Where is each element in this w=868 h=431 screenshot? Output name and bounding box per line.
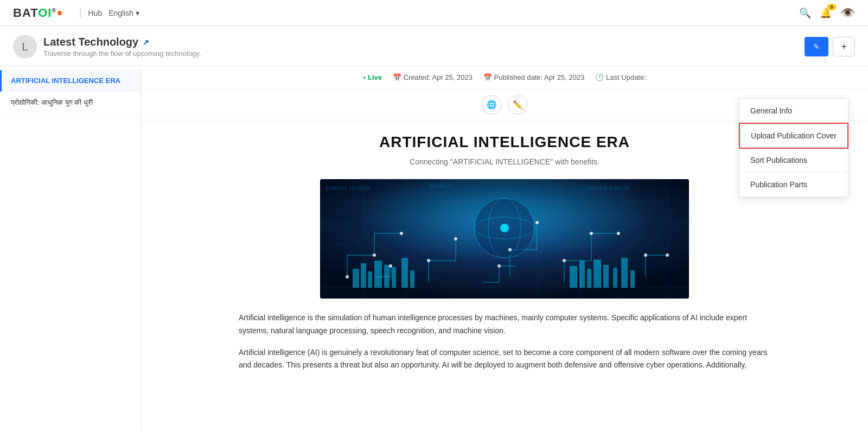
sidebar: ARTIFICIAL INTELLIGENCE ERA प्रोद्योगिकी… [0, 66, 141, 431]
nav-right-actions: 🔍 🔔 9 👁️ [799, 6, 855, 20]
svg-rect-20 [353, 269, 359, 288]
pub-subtitle: Traverse through the flow of upcoming te… [43, 49, 805, 58]
dropdown-item-sort-publications[interactable]: Sort Publications [739, 148, 848, 173]
globe-button[interactable]: 🌐 [482, 95, 501, 115]
sidebar-item-ai-era[interactable]: ARTIFICIAL INTELLIGENCE ERA [0, 70, 141, 92]
pub-title: Latest Technology ↗ [43, 36, 805, 48]
svg-point-42 [535, 221, 539, 224]
dropdown-item-general-info[interactable]: General Info [739, 99, 848, 123]
svg-point-37 [373, 253, 376, 257]
meta-published: 📅 Published date: Apr 25, 2023 [483, 73, 585, 81]
svg-rect-32 [603, 265, 609, 288]
chevron-down-icon: ▾ [136, 9, 139, 17]
dropdown-menu: General Info Upload Publication Cover So… [739, 98, 848, 197]
meta-created: 📅 Created: Apr 25, 2023 [393, 73, 473, 81]
add-button[interactable]: + [833, 37, 855, 56]
svg-point-40 [454, 237, 457, 240]
svg-rect-33 [613, 268, 617, 288]
svg-rect-24 [384, 265, 390, 288]
logo-reg: ® [52, 7, 56, 13]
clock-icon: 🕐 [595, 73, 604, 81]
article-subtitle: Connecting "ARTIFICIAL INTELLIGENCE" wit… [239, 157, 770, 166]
external-link-icon[interactable]: ↗ [143, 38, 149, 47]
live-dot-icon: ● [363, 75, 366, 80]
article-body: Artificial intelligence is the simulatio… [239, 312, 770, 372]
notification-icon[interactable]: 🔔 9 [820, 7, 832, 19]
dropdown-label-upload-cover: Upload Publication Cover [751, 131, 837, 140]
notification-badge: 9 [827, 4, 836, 10]
status-badge: ● Live [363, 73, 382, 81]
publication-header: L Latest Technology ↗ Traverse through t… [0, 26, 868, 66]
nav-hub-link[interactable]: Hub [88, 9, 102, 17]
status-text: Live [368, 73, 382, 81]
article-title: ARTIFICIAL INTELLIGENCE ERA [239, 134, 770, 151]
svg-point-48 [389, 264, 392, 268]
nav-language-selector[interactable]: English ▾ [108, 9, 139, 17]
edit-button[interactable]: ✎ [805, 37, 828, 56]
search-icon[interactable]: 🔍 [799, 7, 811, 19]
logo[interactable]: BATOI® [13, 6, 62, 20]
logo-dot-icon [58, 11, 62, 15]
published-text: Published date: Apr 25, 2023 [494, 73, 585, 81]
avatar-letter: L [22, 41, 28, 53]
svg-point-47 [666, 253, 669, 257]
article-meta: ● Live 📅 Created: Apr 25, 2023 📅 Publish… [141, 66, 868, 90]
nav-lang-label: English [108, 9, 133, 17]
meta-updated: 🕐 Last Update: [595, 73, 646, 81]
dropdown-item-publication-parts[interactable]: Publication Parts [739, 173, 848, 197]
article-body-p2: Artificial intelligence (AI) is genuinel… [239, 346, 770, 372]
created-text: Created: Apr 25, 2023 [404, 73, 473, 81]
logo-oi: OI [38, 6, 52, 20]
svg-point-45 [617, 232, 620, 235]
nav-divider: | [79, 7, 82, 18]
sidebar-item-hindi[interactable]: प्रोद्योगिकी: आधुनिक युग की धुरी [0, 92, 141, 114]
svg-point-49 [497, 264, 501, 268]
dropdown-item-upload-cover[interactable]: Upload Publication Cover [739, 123, 848, 149]
svg-text:11010110 01001101: 11010110 01001101 [586, 186, 630, 191]
logo-bat: BAT [13, 6, 38, 20]
pub-header-actions: ✎ + [805, 37, 855, 56]
svg-point-41 [508, 248, 512, 251]
svg-text:10110011: 10110011 [429, 183, 450, 188]
svg-rect-21 [361, 263, 366, 288]
updated-text: Last Update: [606, 73, 646, 81]
article-body-p1: Artificial intelligence is the simulatio… [239, 312, 770, 338]
svg-rect-31 [593, 259, 601, 288]
sidebar-item-label-hindi: प्रोद्योगिकी: आधुनिक युग की धुरी [11, 98, 93, 106]
svg-rect-28 [570, 266, 577, 288]
topnav: BATOI® | Hub English ▾ 🔍 🔔 9 👁️ [0, 0, 868, 26]
svg-point-43 [563, 259, 566, 262]
svg-point-36 [346, 275, 349, 278]
svg-point-44 [590, 232, 593, 235]
dropdown-label-general-info: General Info [750, 106, 792, 115]
svg-rect-35 [630, 270, 635, 288]
svg-point-39 [427, 259, 430, 262]
dropdown-label-sort-publications: Sort Publications [750, 156, 807, 164]
article-cover-image: 01001011 10110100 11010110 01001101 1011… [320, 179, 689, 299]
edit-pencil-button[interactable]: ✏️ [508, 95, 527, 115]
pub-title-text: Latest Technology [43, 36, 138, 48]
calendar-icon: 📅 [393, 73, 401, 81]
svg-rect-26 [401, 258, 408, 288]
svg-point-38 [400, 232, 403, 235]
svg-rect-25 [392, 267, 396, 288]
pub-title-group: Latest Technology ↗ Traverse through the… [43, 36, 805, 58]
svg-rect-34 [621, 258, 628, 288]
content-area: ● Live 📅 Created: Apr 25, 2023 📅 Publish… [141, 66, 868, 431]
calendar2-icon: 📅 [483, 73, 492, 81]
sidebar-item-label: ARTIFICIAL INTELLIGENCE ERA [11, 77, 120, 85]
dropdown-label-publication-parts: Publication Parts [750, 180, 807, 189]
svg-text:01001011 10110100: 01001011 10110100 [326, 186, 370, 191]
user-avatar-icon[interactable]: 👁️ [840, 6, 855, 20]
svg-rect-27 [410, 270, 414, 288]
svg-point-19 [500, 224, 509, 232]
pub-letter-avatar: L [13, 35, 37, 59]
svg-rect-30 [587, 269, 591, 288]
svg-rect-23 [374, 261, 382, 288]
svg-rect-29 [579, 261, 585, 288]
svg-point-46 [644, 253, 647, 257]
svg-rect-22 [368, 271, 372, 288]
main-layout: ARTIFICIAL INTELLIGENCE ERA प्रोद्योगिकी… [0, 66, 868, 431]
